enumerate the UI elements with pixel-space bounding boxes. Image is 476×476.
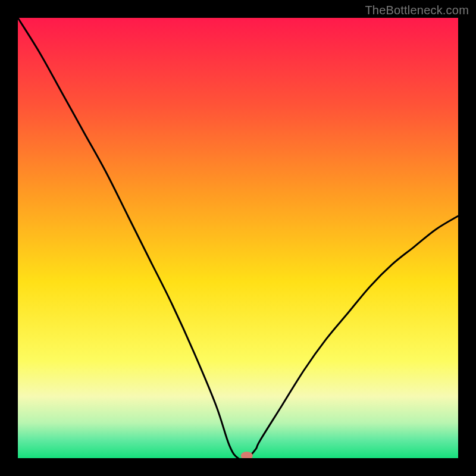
attribution-text: TheBottleneck.com — [365, 4, 469, 17]
chart-frame: TheBottleneck.com — [0, 0, 476, 476]
bottleneck-chart — [18, 18, 458, 458]
gradient-background — [18, 18, 458, 458]
